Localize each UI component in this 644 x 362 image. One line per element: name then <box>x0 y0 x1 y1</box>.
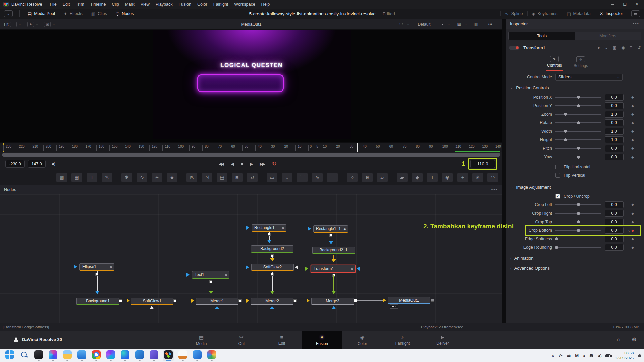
range-start-field[interactable]: -230.0 <box>5 160 25 168</box>
mask-input-port[interactable] <box>270 306 274 309</box>
nodes-panel-menu[interactable]: ••• <box>491 187 498 192</box>
split-view-button[interactable]: ▯▯ <box>470 22 485 27</box>
node-ellipse1[interactable]: Ellipse1 ◈ <box>79 263 114 271</box>
keyframe-diamond-icon[interactable]: ◆ <box>630 155 635 159</box>
visual-studio-icon[interactable] <box>148 350 160 361</box>
node-background2-1[interactable]: Background2_1 <box>312 247 355 254</box>
lut-select[interactable]: Default ⌄ <box>413 22 438 27</box>
timeline-scrollbar[interactable] <box>0 152 502 158</box>
slider-handle[interactable] <box>577 156 580 159</box>
menu-item[interactable]: Help <box>258 2 273 7</box>
mask-input-port[interactable] <box>331 306 336 309</box>
media-pool-button[interactable]: ▤ Media Pool <box>23 11 59 16</box>
value-field[interactable]: 0.0 <box>605 154 624 160</box>
keyframe-diamond-icon[interactable]: ◆ <box>630 246 635 249</box>
dve-icon[interactable]: ⇲ <box>202 173 212 182</box>
slider-handle[interactable] <box>577 147 580 150</box>
current-frame-field[interactable]: 110.0 <box>470 160 495 168</box>
shape-3d-icon[interactable]: ◆ <box>412 173 423 182</box>
value-field[interactable]: 1.0 <box>605 111 624 118</box>
nodes-button[interactable]: ⬡ Nodes <box>111 11 139 16</box>
subtab-settings[interactable]: ☸ Settings <box>573 53 589 71</box>
node-graph[interactable]: Ellipse1 ◈ Text1 ◈ Rectangle1 ◈ Rectangl… <box>0 194 502 323</box>
connector-handle[interactable] <box>271 254 274 257</box>
slider-handle[interactable] <box>577 220 580 223</box>
designer-icon[interactable] <box>105 350 116 361</box>
viewer-panel[interactable]: LOGICAL QUESTEN <box>0 30 502 142</box>
spotlight-3d-icon[interactable]: ☀ <box>472 173 483 182</box>
slider-handle[interactable] <box>555 237 558 240</box>
connector-handle[interactable] <box>238 299 241 302</box>
slider-track[interactable] <box>555 129 601 134</box>
page-tab-cut[interactable]: ✂ Cut <box>221 331 262 349</box>
node-merge3[interactable]: Merge3 <box>311 298 354 305</box>
slider-track[interactable] <box>555 220 601 224</box>
menu-item[interactable]: Clip <box>109 2 122 7</box>
value-field[interactable]: 0.0 <box>605 201 624 208</box>
search-button[interactable] <box>18 350 30 359</box>
menu-item[interactable]: View <box>138 2 153 7</box>
slider-track[interactable] <box>555 95 601 100</box>
paint-icon[interactable] <box>206 350 217 361</box>
renderer-3d-icon[interactable]: ◠ <box>487 173 498 182</box>
slider-handle[interactable] <box>555 246 558 249</box>
node-input-port[interactable] <box>186 273 190 277</box>
clipchamp-icon[interactable] <box>47 350 59 361</box>
node-merge2[interactable]: Merge2 <box>251 298 293 305</box>
color-display-select[interactable]: ◐ ⌄ <box>438 22 454 27</box>
panel-divider[interactable] <box>502 19 506 323</box>
value-field[interactable]: 0.0 <box>605 102 624 109</box>
keyframe-diamond-icon[interactable]: ◆ <box>630 146 635 150</box>
home-icon[interactable]: ⌂ <box>616 336 620 343</box>
stop-button[interactable]: ■ <box>241 162 243 166</box>
menu-item[interactable]: Fusion <box>175 2 194 7</box>
page-tab-deliver[interactable]: ► Deliver <box>423 331 463 349</box>
sep[interactable] <box>392 173 392 182</box>
value-field[interactable]: 0.0 <box>605 227 624 234</box>
loop-button[interactable]: ↻ <box>272 160 276 167</box>
maximize-button[interactable]: ☐ <box>623 2 627 7</box>
phone-link-icon[interactable] <box>33 350 44 361</box>
node-output-port[interactable] <box>295 265 298 269</box>
flip-horizontal-checkbox[interactable] <box>555 165 560 169</box>
slider-track[interactable] <box>555 211 601 216</box>
mute-audio-icon[interactable]: ◄) <box>50 161 55 166</box>
slider-track[interactable] <box>555 155 601 159</box>
vscode-icon[interactable] <box>134 350 145 361</box>
battery-icon[interactable] <box>605 354 611 357</box>
node-view-diamond-icon[interactable]: ◈ <box>225 273 227 277</box>
section-position-controls[interactable]: ⌄ Position Controls <box>506 83 644 93</box>
slider-handle[interactable] <box>564 113 567 116</box>
reset-icon[interactable]: ↺ <box>637 45 641 50</box>
go-to-start-button[interactable]: ◀◀ <box>219 162 223 166</box>
particles-icon[interactable]: ✱ <box>121 173 132 182</box>
keyframe-nav-icon[interactable]: ‹ <box>626 228 630 233</box>
sep[interactable] <box>342 173 342 182</box>
color-dot-icon[interactable]: ● <box>597 45 600 50</box>
slider-handle[interactable] <box>577 203 580 206</box>
node-mediaout1[interactable]: MediaOut1 <box>388 297 430 304</box>
section-advanced-options[interactable]: › Advanced Options <box>506 263 644 273</box>
volume-icon[interactable]: ◄) <box>597 353 601 358</box>
inspector-menu[interactable]: ••• <box>633 22 639 26</box>
value-field[interactable]: 0.0 <box>605 145 624 152</box>
value-field[interactable]: 0.0 <box>605 244 624 251</box>
display-icon[interactable]: ⇄ <box>567 353 571 358</box>
close-button[interactable]: ✕ <box>635 2 639 7</box>
clips-button[interactable]: ▥ Clips <box>87 11 111 16</box>
node-softglow1[interactable]: SoftGlow1 <box>131 298 173 305</box>
slider-handle[interactable] <box>564 130 567 133</box>
bspline-mask-icon[interactable]: ∿ <box>312 173 323 182</box>
connector-handle[interactable] <box>431 299 434 302</box>
wifi-icon[interactable]: ))) <box>589 354 593 357</box>
node-input-port[interactable] <box>246 226 249 230</box>
transform-icon[interactable]: ⇱ <box>186 173 197 182</box>
text-plus-icon[interactable]: T <box>87 173 97 182</box>
node-enable-toggle[interactable] <box>509 46 519 50</box>
flip-vertical-checkbox[interactable] <box>555 173 560 178</box>
sep[interactable] <box>262 173 262 182</box>
resize-icon[interactable]: ⇄ <box>247 173 258 182</box>
node-transform1-selected[interactable]: Transform1 ◈ <box>311 265 356 273</box>
edge-icon[interactable] <box>119 350 131 361</box>
value-field[interactable]: 0.0 <box>605 210 624 217</box>
